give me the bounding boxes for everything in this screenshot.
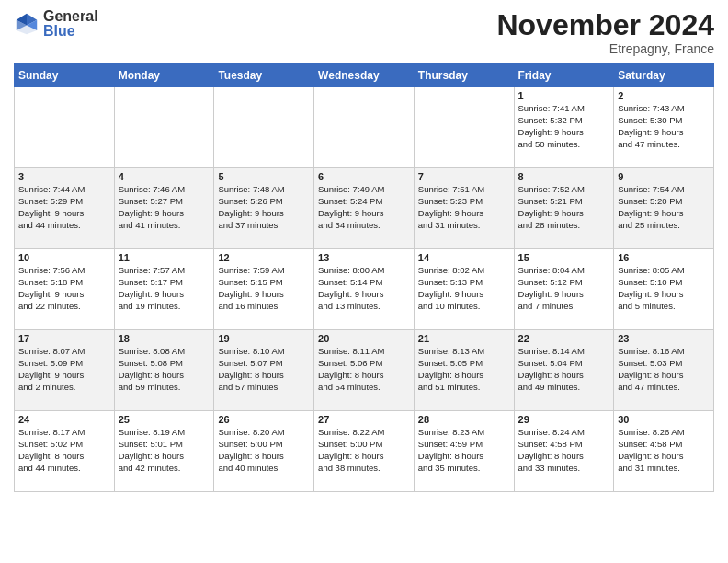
cell-3-1: 18Sunrise: 8:08 AMSunset: 5:08 PMDayligh… bbox=[114, 330, 214, 411]
logo-icon bbox=[14, 11, 40, 37]
day-info-2-4: Sunrise: 8:02 AMSunset: 5:13 PMDaylight:… bbox=[418, 265, 510, 312]
cell-1-1: 4Sunrise: 7:46 AMSunset: 5:27 PMDaylight… bbox=[114, 168, 214, 249]
day-number-2-2: 12 bbox=[218, 252, 310, 263]
logo: General Blue bbox=[14, 9, 98, 39]
day-info-4-4: Sunrise: 8:23 AMSunset: 4:59 PMDaylight:… bbox=[418, 427, 510, 474]
day-info-2-1: Sunrise: 7:57 AMSunset: 5:17 PMDaylight:… bbox=[119, 265, 210, 312]
day-info-4-6: Sunrise: 8:26 AMSunset: 4:58 PMDaylight:… bbox=[618, 427, 710, 474]
week-row-0: 1Sunrise: 7:41 AMSunset: 5:32 PMDaylight… bbox=[15, 87, 714, 168]
day-number-1-0: 3 bbox=[18, 171, 110, 182]
day-info-1-6: Sunrise: 7:54 AMSunset: 5:20 PMDaylight:… bbox=[618, 184, 710, 231]
header: General Blue November 2024 Etrepagny, Fr… bbox=[14, 9, 714, 56]
cell-2-6: 16Sunrise: 8:05 AMSunset: 5:10 PMDayligh… bbox=[614, 249, 714, 330]
day-number-4-0: 24 bbox=[18, 414, 110, 425]
day-info-1-0: Sunrise: 7:44 AMSunset: 5:29 PMDaylight:… bbox=[18, 184, 110, 231]
day-number-2-4: 14 bbox=[418, 252, 510, 263]
day-number-4-2: 26 bbox=[218, 414, 310, 425]
cell-1-5: 8Sunrise: 7:52 AMSunset: 5:21 PMDaylight… bbox=[514, 168, 614, 249]
cell-1-4: 7Sunrise: 7:51 AMSunset: 5:23 PMDaylight… bbox=[414, 168, 514, 249]
cell-1-3: 6Sunrise: 7:49 AMSunset: 5:24 PMDaylight… bbox=[314, 168, 415, 249]
header-row: Sunday Monday Tuesday Wednesday Thursday… bbox=[15, 64, 714, 87]
cell-4-3: 27Sunrise: 8:22 AMSunset: 5:00 PMDayligh… bbox=[314, 411, 415, 492]
day-info-2-5: Sunrise: 8:04 AMSunset: 5:12 PMDaylight:… bbox=[518, 265, 610, 312]
cell-2-0: 10Sunrise: 7:56 AMSunset: 5:18 PMDayligh… bbox=[15, 249, 115, 330]
week-row-3: 17Sunrise: 8:07 AMSunset: 5:09 PMDayligh… bbox=[15, 330, 714, 411]
cell-4-0: 24Sunrise: 8:17 AMSunset: 5:02 PMDayligh… bbox=[15, 411, 115, 492]
day-number-3-6: 23 bbox=[618, 333, 710, 344]
day-number-2-0: 10 bbox=[18, 252, 110, 263]
day-number-4-1: 25 bbox=[119, 414, 210, 425]
cell-4-5: 29Sunrise: 8:24 AMSunset: 4:58 PMDayligh… bbox=[514, 411, 614, 492]
day-info-3-6: Sunrise: 8:16 AMSunset: 5:03 PMDaylight:… bbox=[618, 346, 710, 393]
cell-2-1: 11Sunrise: 7:57 AMSunset: 5:17 PMDayligh… bbox=[114, 249, 214, 330]
day-number-0-5: 1 bbox=[518, 90, 610, 101]
day-number-4-4: 28 bbox=[418, 414, 510, 425]
calendar-body: 1Sunrise: 7:41 AMSunset: 5:32 PMDaylight… bbox=[15, 87, 714, 492]
logo-blue-text: Blue bbox=[43, 24, 98, 39]
day-number-4-3: 27 bbox=[318, 414, 410, 425]
day-number-4-5: 29 bbox=[518, 414, 610, 425]
cell-3-0: 17Sunrise: 8:07 AMSunset: 5:09 PMDayligh… bbox=[15, 330, 115, 411]
cell-3-2: 19Sunrise: 8:10 AMSunset: 5:07 PMDayligh… bbox=[214, 330, 314, 411]
day-info-2-6: Sunrise: 8:05 AMSunset: 5:10 PMDaylight:… bbox=[618, 265, 710, 312]
day-info-4-0: Sunrise: 8:17 AMSunset: 5:02 PMDaylight:… bbox=[18, 427, 110, 474]
cell-2-2: 12Sunrise: 7:59 AMSunset: 5:15 PMDayligh… bbox=[214, 249, 314, 330]
cell-2-5: 15Sunrise: 8:04 AMSunset: 5:12 PMDayligh… bbox=[514, 249, 614, 330]
cell-0-6: 2Sunrise: 7:43 AMSunset: 5:30 PMDaylight… bbox=[614, 87, 714, 168]
day-info-3-3: Sunrise: 8:11 AMSunset: 5:06 PMDaylight:… bbox=[318, 346, 410, 393]
cell-0-4 bbox=[414, 87, 514, 168]
header-tuesday: Tuesday bbox=[214, 64, 314, 87]
cell-1-6: 9Sunrise: 7:54 AMSunset: 5:20 PMDaylight… bbox=[614, 168, 714, 249]
cell-1-0: 3Sunrise: 7:44 AMSunset: 5:29 PMDaylight… bbox=[15, 168, 115, 249]
day-number-2-3: 13 bbox=[318, 252, 410, 263]
day-number-3-5: 22 bbox=[518, 333, 610, 344]
day-number-3-0: 17 bbox=[18, 333, 110, 344]
cell-4-2: 26Sunrise: 8:20 AMSunset: 5:00 PMDayligh… bbox=[214, 411, 314, 492]
day-number-0-6: 2 bbox=[618, 90, 710, 101]
day-info-1-3: Sunrise: 7:49 AMSunset: 5:24 PMDaylight:… bbox=[318, 184, 410, 231]
header-monday: Monday bbox=[114, 64, 214, 87]
day-number-1-5: 8 bbox=[518, 171, 610, 182]
day-info-3-2: Sunrise: 8:10 AMSunset: 5:07 PMDaylight:… bbox=[218, 346, 310, 393]
day-number-3-2: 19 bbox=[218, 333, 310, 344]
day-info-0-5: Sunrise: 7:41 AMSunset: 5:32 PMDaylight:… bbox=[518, 103, 610, 150]
page: General Blue November 2024 Etrepagny, Fr… bbox=[0, 0, 728, 501]
location-title: Etrepagny, France bbox=[496, 41, 714, 56]
day-number-1-3: 6 bbox=[318, 171, 410, 182]
day-info-2-2: Sunrise: 7:59 AMSunset: 5:15 PMDaylight:… bbox=[218, 265, 310, 312]
cell-2-4: 14Sunrise: 8:02 AMSunset: 5:13 PMDayligh… bbox=[414, 249, 514, 330]
calendar-table: Sunday Monday Tuesday Wednesday Thursday… bbox=[14, 63, 714, 492]
day-info-3-0: Sunrise: 8:07 AMSunset: 5:09 PMDaylight:… bbox=[18, 346, 110, 393]
cell-0-0 bbox=[15, 87, 115, 168]
cell-0-1 bbox=[114, 87, 214, 168]
day-number-1-2: 5 bbox=[218, 171, 310, 182]
day-info-1-5: Sunrise: 7:52 AMSunset: 5:21 PMDaylight:… bbox=[518, 184, 610, 231]
week-row-1: 3Sunrise: 7:44 AMSunset: 5:29 PMDaylight… bbox=[15, 168, 714, 249]
day-info-4-2: Sunrise: 8:20 AMSunset: 5:00 PMDaylight:… bbox=[218, 427, 310, 474]
day-number-1-1: 4 bbox=[119, 171, 210, 182]
header-friday: Friday bbox=[514, 64, 614, 87]
day-number-2-6: 16 bbox=[618, 252, 710, 263]
cell-3-5: 22Sunrise: 8:14 AMSunset: 5:04 PMDayligh… bbox=[514, 330, 614, 411]
cell-4-1: 25Sunrise: 8:19 AMSunset: 5:01 PMDayligh… bbox=[114, 411, 214, 492]
logo-text: General Blue bbox=[43, 9, 98, 39]
day-number-3-3: 20 bbox=[318, 333, 410, 344]
day-number-3-1: 18 bbox=[119, 333, 210, 344]
header-sunday: Sunday bbox=[15, 64, 115, 87]
header-saturday: Saturday bbox=[614, 64, 714, 87]
day-number-3-4: 21 bbox=[418, 333, 510, 344]
day-info-3-5: Sunrise: 8:14 AMSunset: 5:04 PMDaylight:… bbox=[518, 346, 610, 393]
header-wednesday: Wednesday bbox=[314, 64, 415, 87]
day-info-2-3: Sunrise: 8:00 AMSunset: 5:14 PMDaylight:… bbox=[318, 265, 410, 312]
title-block: November 2024 Etrepagny, France bbox=[496, 9, 714, 56]
cell-0-2 bbox=[214, 87, 314, 168]
day-info-1-2: Sunrise: 7:48 AMSunset: 5:26 PMDaylight:… bbox=[218, 184, 310, 231]
day-info-4-1: Sunrise: 8:19 AMSunset: 5:01 PMDaylight:… bbox=[119, 427, 210, 474]
week-row-2: 10Sunrise: 7:56 AMSunset: 5:18 PMDayligh… bbox=[15, 249, 714, 330]
month-title: November 2024 bbox=[496, 9, 714, 41]
day-info-3-4: Sunrise: 8:13 AMSunset: 5:05 PMDaylight:… bbox=[418, 346, 510, 393]
cell-1-2: 5Sunrise: 7:48 AMSunset: 5:26 PMDaylight… bbox=[214, 168, 314, 249]
day-number-1-6: 9 bbox=[618, 171, 710, 182]
week-row-4: 24Sunrise: 8:17 AMSunset: 5:02 PMDayligh… bbox=[15, 411, 714, 492]
cell-2-3: 13Sunrise: 8:00 AMSunset: 5:14 PMDayligh… bbox=[314, 249, 415, 330]
